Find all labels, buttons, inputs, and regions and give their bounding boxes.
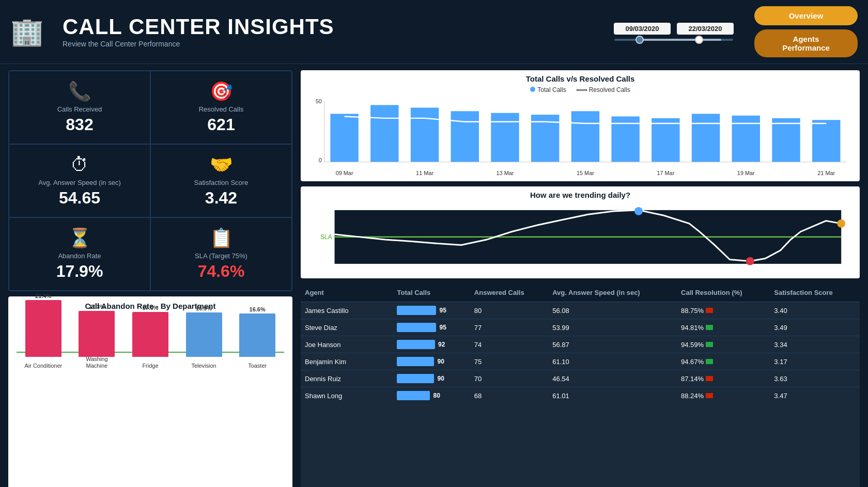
trending-svg: SLASLA <box>309 202 851 274</box>
bar-val: 95 <box>439 324 446 331</box>
kpi-icon-abandon-rate: ⏳ <box>68 227 91 249</box>
bar-group-3: 16.9%Television <box>186 305 222 369</box>
table-scroll[interactable]: AgentTotal CallsAnswered CallsAvg. Answe… <box>301 284 860 402</box>
col-header-satisfaction-score: Satisfaction Score <box>770 284 860 302</box>
right-panel: Total Calls v/s Resolved Calls Total Cal… <box>301 70 860 487</box>
total-calls-svg: 50009 Mar11 Mar13 Mar15 Mar17 Mar19 Mar2… <box>309 96 851 177</box>
bar-cell: 95 <box>397 323 466 332</box>
bar-rect-4 <box>239 313 275 357</box>
bar-8 <box>652 118 679 162</box>
kpi-cell-avg-answer-speed: ⏱ Avg. Answer Speed (in sec) 54.65 <box>9 144 150 217</box>
slider-thumb-right[interactable] <box>695 36 703 44</box>
bar-rect-3 <box>186 312 222 357</box>
total-calls-chart-panel: Total Calls v/s Resolved Calls Total Cal… <box>301 70 860 181</box>
agent-name-2: Joe Hanson <box>301 336 393 353</box>
satisfaction-4: 3.63 <box>770 370 860 387</box>
col-header-answered-calls: Answered Calls <box>470 284 548 302</box>
call-resolution-1: 94.81% <box>677 319 770 336</box>
agent-name-5: Shawn Long <box>301 387 393 403</box>
avg-speed-2: 56.87 <box>548 336 677 353</box>
bar-2 <box>411 107 439 162</box>
kpi-icon-resolved-calls: 🎯 <box>210 81 233 102</box>
slider-thumb-left[interactable] <box>636 36 644 44</box>
total-calls-title: Total Calls v/s Resolved Calls <box>309 74 851 83</box>
bar-rect-2 <box>132 312 168 357</box>
bar-4 <box>491 113 519 162</box>
satisfaction-5: 3.47 <box>770 387 860 403</box>
bar-group-1: 17.3%Washing Machine <box>79 304 115 369</box>
bar-cell: 90 <box>397 357 466 366</box>
agents-performance-button[interactable]: Agents Performance <box>754 29 858 57</box>
table-row: James Castillo958056.0888.75% 3.40 <box>301 302 860 319</box>
range-slider[interactable] <box>614 39 733 41</box>
bar-label-4: Toaster <box>237 363 278 369</box>
overview-button[interactable]: Overview <box>754 6 858 25</box>
col-header-agent: Agent <box>301 284 393 302</box>
svg-text:50: 50 <box>316 98 322 104</box>
kpi-value-avg-answer-speed: 54.65 <box>59 188 100 208</box>
date-from[interactable]: 09/03/2020 <box>614 23 671 35</box>
bar-0 <box>330 114 358 162</box>
header: 🏢 CALL CENTER INSIGHTS Review the Call C… <box>0 0 868 64</box>
bar-1 <box>370 105 398 162</box>
kpi-value-calls-received: 832 <box>66 115 93 134</box>
bar-pct-1: 17.3% <box>89 304 105 310</box>
answered-calls-5: 68 <box>470 387 548 403</box>
col-header-total-calls: Total Calls <box>393 284 470 302</box>
bar-cell: 95 <box>397 306 466 315</box>
satisfaction-1: 3.49 <box>770 319 860 336</box>
main-content: 📞 Calls Received 832 🎯 Resolved Calls 62… <box>0 64 868 487</box>
flag-icon-4 <box>706 376 713 381</box>
bar-10 <box>732 116 760 162</box>
kpi-cell-calls-received: 📞 Calls Received 832 <box>9 71 150 144</box>
flag-icon-3 <box>706 359 713 364</box>
answered-calls-0: 80 <box>470 302 548 319</box>
svg-text:09 Mar: 09 Mar <box>336 170 353 176</box>
table-row: Steve Diaz957753.9994.81% 3.49 <box>301 319 860 336</box>
call-resolution-5: 88.24% <box>677 387 770 403</box>
bar-label-0: Air Conditioner <box>23 363 64 369</box>
agent-name-3: Benjamin Kim <box>301 353 393 370</box>
table-bar <box>397 391 430 400</box>
slider-fill <box>638 39 721 41</box>
bar-pct-2: 17.0% <box>142 305 158 311</box>
bar-label-3: Television <box>183 363 225 369</box>
bar-cell: 92 <box>397 340 466 349</box>
end-dot <box>837 219 845 228</box>
date-to[interactable]: 22/03/2020 <box>677 23 734 35</box>
kpi-icon-satisfaction-score: 🤝 <box>210 154 233 176</box>
legend-total: Total Calls <box>530 86 566 93</box>
kpi-grid: 📞 Calls Received 832 🎯 Resolved Calls 62… <box>8 70 292 291</box>
table-bar <box>397 357 434 366</box>
bar-val: 90 <box>437 375 444 382</box>
bar-group-4: 16.6%Toaster <box>239 306 275 369</box>
avg-speed-3: 61.10 <box>548 353 677 370</box>
trending-chart-panel: How are we trending daily? SLASLA <box>301 186 860 278</box>
col-header-call-resolution-(%): Call Resolution (%) <box>677 284 770 302</box>
svg-text:19 Mar: 19 Mar <box>737 170 755 176</box>
satisfaction-2: 3.34 <box>770 336 860 353</box>
date-inputs: 09/03/2020 22/03/2020 <box>614 23 734 35</box>
bar-12 <box>812 120 840 162</box>
total-calls-cell-0: 95 <box>393 302 470 319</box>
kpi-value-resolved-calls: 621 <box>207 115 235 134</box>
avg-speed-1: 53.99 <box>548 319 677 336</box>
trending-title: How are we trending daily? <box>309 191 851 199</box>
answered-calls-4: 70 <box>470 370 548 387</box>
table-row: Shawn Long806861.0188.24% 3.47 <box>301 387 860 403</box>
svg-text:SLA: SLA <box>320 233 332 241</box>
kpi-value-sla: 74.6% <box>198 262 245 281</box>
svg-text:21 Mar: 21 Mar <box>817 170 835 176</box>
date-range: 09/03/2020 22/03/2020 <box>614 23 734 41</box>
agent-name-0: James Castillo <box>301 302 393 319</box>
table-bar <box>397 323 436 332</box>
svg-text:15 Mar: 15 Mar <box>577 170 594 176</box>
svg-text:17 Mar: 17 Mar <box>657 170 674 176</box>
kpi-icon-avg-answer-speed: ⏱ <box>70 154 89 176</box>
agent-name-4: Dennis Ruiz <box>301 370 393 387</box>
bar-val: 92 <box>438 341 445 348</box>
bar-3 <box>451 111 479 162</box>
bar-val: 95 <box>439 307 446 314</box>
kpi-label-satisfaction-score: Satisfaction Score <box>194 179 249 186</box>
bar-cell: 90 <box>397 374 466 383</box>
